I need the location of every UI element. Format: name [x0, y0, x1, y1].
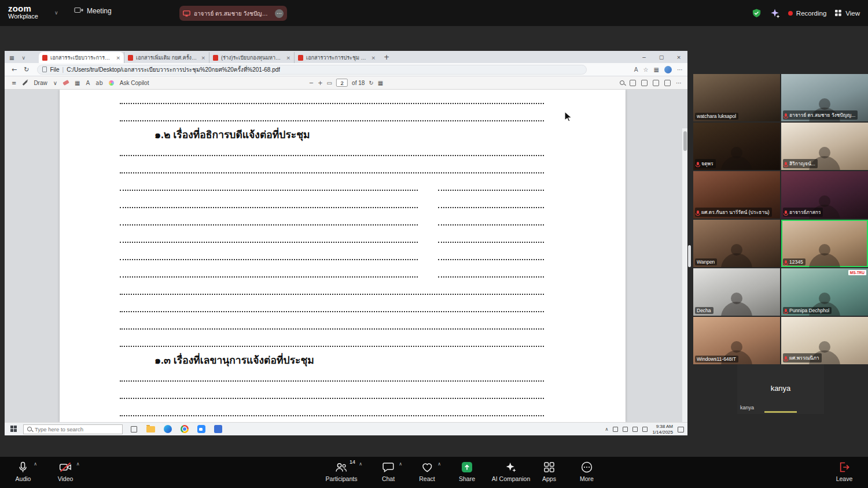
- participant-tile[interactable]: อาจารย์ภาสกร: [781, 171, 868, 219]
- audio-options-chevron-icon[interactable]: [34, 461, 37, 467]
- video-panel-handle[interactable]: [688, 245, 691, 267]
- participants-control[interactable]: 14 Participants: [326, 461, 358, 482]
- draw-label[interactable]: Draw: [34, 80, 47, 86]
- pdf-menu-icon[interactable]: [12, 80, 16, 86]
- self-video-tile[interactable]: kanya kanya: [737, 364, 824, 414]
- back-icon[interactable]: [12, 66, 17, 73]
- refresh-icon[interactable]: [24, 66, 29, 73]
- video-control[interactable]: Video: [58, 461, 73, 482]
- tab-search-icon[interactable]: [22, 55, 26, 61]
- read-aloud-icon[interactable]: [630, 80, 636, 86]
- action-center-icon[interactable]: [678, 427, 684, 432]
- tab-close-icon[interactable]: [201, 55, 206, 61]
- participants-options-chevron-icon[interactable]: [359, 461, 362, 467]
- workspace-dropdown-chevron-icon[interactable]: [54, 10, 58, 16]
- start-button-icon[interactable]: [10, 426, 17, 432]
- scrollbar-thumb[interactable]: [683, 131, 687, 151]
- chrome-icon[interactable]: [181, 425, 189, 433]
- eraser-icon[interactable]: [62, 80, 69, 86]
- more-control[interactable]: More: [580, 461, 594, 482]
- participant-tile[interactable]: ผศ.พรรณนิภา: [781, 317, 868, 364]
- apps-control[interactable]: Apps: [542, 461, 556, 482]
- draw-dropdown-chevron-icon[interactable]: [53, 80, 57, 86]
- participant-tile[interactable]: อาจารย์ ดร.สมชาย วังชปัญญ...: [781, 74, 868, 121]
- rotate-icon[interactable]: [369, 80, 373, 86]
- audio-control[interactable]: Audio: [16, 461, 31, 482]
- react-control[interactable]: React: [419, 461, 435, 482]
- recording-indicator[interactable]: Recording: [788, 10, 826, 17]
- keyboard-tray-icon[interactable]: [642, 427, 648, 432]
- participant-tile[interactable]: สิริกาญจน์...: [781, 123, 868, 170]
- text-size-icon[interactable]: [86, 80, 90, 86]
- expand-icon[interactable]: [664, 80, 671, 86]
- browser-tab[interactable]: เอกสารวาระการประชุม กยศ.ครั้งที่ 1-6: [294, 52, 379, 63]
- participant-name: Decha: [697, 308, 711, 313]
- minimize-icon[interactable]: [635, 51, 653, 63]
- ai-companion-control[interactable]: AI Companion: [492, 461, 531, 482]
- ai-companion-sparkle-icon[interactable]: [770, 8, 780, 19]
- hidden-icons-caret-icon[interactable]: [605, 427, 609, 432]
- favorites-star-icon[interactable]: [643, 66, 649, 73]
- tab-close-icon[interactable]: [116, 55, 121, 61]
- save-icon[interactable]: [653, 80, 659, 86]
- task-view-icon[interactable]: [131, 426, 137, 432]
- page-view-icon[interactable]: [378, 80, 383, 86]
- participant-tile-active-speaker[interactable]: 12345: [781, 220, 868, 267]
- draw-pen-icon[interactable]: [23, 80, 28, 86]
- browser-tab-active[interactable]: เอกสารระเบียบวาระการประชุม กยศ ค: [39, 52, 124, 63]
- windows-search-box[interactable]: [23, 424, 123, 434]
- tab-close-icon[interactable]: [286, 55, 291, 61]
- shared-screen-tab[interactable]: อาจารย์ ดร.สมชาย วังชปัญญาวงศ์'s s: [179, 6, 287, 21]
- meeting-tab[interactable]: Meeting: [74, 7, 112, 15]
- browser-tab[interactable]: เอกสารเพิ่มเติม กยศ.ครั้งที่ 1-68.pdf: [124, 52, 209, 63]
- network-tray-icon[interactable]: [632, 427, 638, 432]
- ask-copilot-label[interactable]: Ask Copilot: [120, 80, 149, 86]
- video-options-chevron-icon[interactable]: [76, 461, 80, 467]
- zoom-out-icon[interactable]: [309, 80, 314, 86]
- participant-tile[interactable]: จตุพร: [693, 123, 780, 170]
- page-number-input[interactable]: [336, 79, 348, 87]
- pdf-content-area[interactable]: ๑.๒ เรื่องที่อธิการบดีแจ้งต่อที่ประชุม ๑…: [5, 90, 687, 422]
- zoom-in-icon[interactable]: [318, 80, 322, 86]
- view-button[interactable]: View: [834, 9, 860, 17]
- pinned-app-icon[interactable]: [214, 425, 222, 433]
- fit-width-icon[interactable]: [327, 80, 332, 86]
- file-explorer-icon[interactable]: [146, 426, 155, 432]
- maximize-icon[interactable]: [653, 51, 670, 63]
- new-tab-button[interactable]: [384, 53, 389, 61]
- zoom-app-icon[interactable]: [197, 425, 205, 433]
- browser-menu-icon[interactable]: [677, 66, 683, 73]
- volume-tray-icon[interactable]: [623, 427, 628, 432]
- security-shield-icon[interactable]: [752, 8, 762, 19]
- participant-tile[interactable]: Decha: [693, 268, 780, 316]
- share-control[interactable]: Share: [459, 461, 475, 482]
- participant-tile[interactable]: MS-TRU Punnipa Dechphol: [781, 268, 868, 316]
- collections-icon[interactable]: [654, 66, 659, 73]
- taskbar-clock[interactable]: 9:38 AM 1/14/2025: [652, 424, 673, 435]
- close-icon[interactable]: [670, 51, 687, 63]
- chat-control[interactable]: Chat: [382, 461, 395, 482]
- browser-profile-avatar[interactable]: [664, 66, 672, 73]
- more-tools-icon[interactable]: [676, 80, 682, 86]
- read-text-icon[interactable]: [95, 80, 102, 86]
- tab-close-icon[interactable]: [372, 55, 376, 61]
- page-layout-icon[interactable]: [75, 80, 80, 86]
- text-zoom-icon[interactable]: [634, 66, 638, 73]
- shared-screen-more-icon[interactable]: [275, 9, 284, 18]
- search-icon[interactable]: [620, 80, 624, 85]
- participant-tile[interactable]: ผศ.ดร.กันยา นารีรัตน์ (ประธาน): [693, 171, 780, 219]
- react-options-chevron-icon[interactable]: [437, 461, 441, 467]
- print-icon[interactable]: [641, 80, 648, 86]
- browser-tab[interactable]: (ร่าง)ระเบียบกองทุนมหาวิทยาลัยราชภัฏ: [209, 52, 294, 63]
- pdf-scrollbar[interactable]: [682, 128, 687, 422]
- display-tray-icon[interactable]: [613, 427, 618, 432]
- chat-options-chevron-icon[interactable]: [399, 461, 402, 467]
- address-field[interactable]: File C:/Users/tru/Desktop/เอกสารระเบียบว…: [37, 65, 587, 75]
- edge-icon[interactable]: [164, 425, 172, 433]
- participant-tile[interactable]: watchara luksapol: [693, 74, 780, 121]
- participant-tile[interactable]: Wanpen: [693, 220, 780, 267]
- windows-search-input[interactable]: [35, 426, 110, 432]
- workspaces-icon[interactable]: [9, 55, 14, 61]
- leave-control[interactable]: Leave: [836, 461, 853, 482]
- participant-tile[interactable]: Windows11-648IT: [693, 317, 780, 364]
